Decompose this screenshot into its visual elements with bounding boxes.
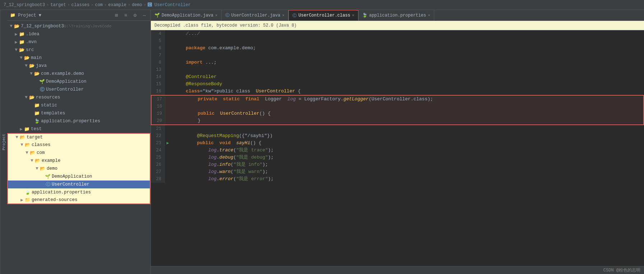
- spring-icon: 🌱: [45, 174, 51, 179]
- tree-item[interactable]: 📁templates: [7, 109, 150, 117]
- breadcrumb-item-7[interactable]: 🅲 UserController: [148, 2, 191, 8]
- tree-item-label: DemoApplication: [46, 79, 87, 84]
- editor-tab-UserController-java[interactable]: ⒸUserController.java×: [222, 10, 288, 20]
- sidebar-header: 📁 Project ▼ ⊞ ≡ ⚙ —: [7, 10, 150, 21]
- tree-item[interactable]: 🍃application.properties: [7, 117, 150, 125]
- tree-item-label: example: [42, 158, 61, 163]
- editor-tab-DemoApplication-java[interactable]: 🌱DemoApplication.java×: [151, 10, 222, 20]
- tree-item[interactable]: ▼📂demo: [7, 165, 150, 173]
- tree-item[interactable]: ▶📁.mvn: [7, 38, 150, 46]
- properties-icon: 🍃: [362, 13, 367, 18]
- tree-item-label: target: [27, 135, 43, 140]
- tab-close-button[interactable]: ×: [428, 13, 430, 18]
- tree-item[interactable]: ▼📂com.example.demo: [7, 70, 150, 78]
- editor-area: 🌱DemoApplication.java×ⒸUserController.ja…: [151, 10, 644, 274]
- tree-item-label: resources: [36, 95, 60, 100]
- sidebar-collapse-icon[interactable]: ≡: [122, 12, 129, 19]
- tree-item[interactable]: 🌱DemoApplication: [7, 78, 150, 86]
- breadcrumb-item-6[interactable]: demo: [132, 3, 142, 8]
- file-tree: ▼📂7_12_springboot3 D:\Training\JavaCode▶…: [7, 21, 150, 274]
- folder-icon: 📂: [19, 134, 26, 140]
- folder-icon: 📂: [34, 71, 40, 77]
- line-content: }: [172, 117, 643, 124]
- tree-arrow: ▼: [14, 135, 19, 140]
- line-content: log.trace("我是 trace");: [171, 147, 644, 154]
- tree-item[interactable]: ▶📁.idea: [7, 30, 150, 38]
- tree-arrow: ▶: [14, 31, 19, 37]
- tree-item[interactable]: ▼📂example: [7, 157, 150, 165]
- tab-close-button[interactable]: ×: [215, 13, 218, 18]
- tab-close-button[interactable]: ×: [352, 13, 355, 18]
- line-content: log.error("我是 error");: [171, 175, 644, 183]
- code-line: 16 class="kw">public class UserControlle…: [151, 88, 644, 95]
- line-number: 20: [152, 117, 165, 124]
- folder-icon: 📂: [24, 142, 31, 148]
- tab-close-button[interactable]: ×: [282, 13, 284, 18]
- tree-arrow: ▼: [29, 158, 34, 163]
- line-number: 24: [151, 147, 165, 154]
- project-panel-tab[interactable]: Project: [0, 10, 7, 274]
- tree-arrow: ▼: [29, 71, 34, 76]
- line-number: 18: [152, 103, 165, 110]
- folder-icon: 📂: [14, 23, 20, 29]
- code-line: 24 log.trace("我是 trace");: [151, 147, 644, 154]
- line-content: @Controller: [171, 73, 644, 81]
- line-content: [171, 52, 644, 59]
- properties-icon: 🍃: [34, 118, 40, 124]
- line-content: [171, 125, 644, 132]
- tree-item-label: classes: [32, 142, 51, 147]
- project-tab-label: Project: [2, 134, 6, 150]
- tree-item-label: src: [26, 47, 34, 52]
- tree-item[interactable]: 🌱DemoApplication: [7, 173, 150, 181]
- line-number: 6: [151, 45, 165, 52]
- tab-bar: 🌱DemoApplication.java×ⒸUserController.ja…: [151, 10, 644, 21]
- tree-item-extra: D:\Training\JavaCode: [64, 24, 111, 28]
- tree-item[interactable]: ⒸUserController: [7, 86, 150, 93]
- tree-item-label: .idea: [26, 32, 40, 37]
- editor-tab-UserController-class[interactable]: ⒸUserController.class×: [288, 10, 358, 20]
- breadcrumb-item-5[interactable]: example: [108, 3, 126, 8]
- line-number: 16: [151, 88, 165, 95]
- tree-item[interactable]: ▼📂main: [7, 54, 150, 62]
- tree-item[interactable]: ▼📂resources: [7, 93, 150, 101]
- tree-item[interactable]: 🍃application.properties: [7, 188, 150, 196]
- line-number: 7: [151, 52, 165, 59]
- tree-item[interactable]: ▶📁generated-sources: [7, 196, 150, 204]
- sidebar-settings-icon[interactable]: ⚙: [132, 12, 138, 19]
- tree-item-label: .mvn: [26, 40, 37, 45]
- breadcrumb-item-4[interactable]: com: [95, 3, 103, 8]
- line-number: 25: [151, 154, 165, 161]
- tree-item[interactable]: ▼📂classes: [7, 141, 150, 149]
- tree-arrow: ▼: [19, 142, 24, 147]
- line-number: 21: [151, 125, 165, 132]
- sidebar-title: 📁 Project ▼: [10, 13, 110, 18]
- code-line: 26 log.info("我是 info");: [151, 161, 644, 168]
- line-number: 17: [152, 96, 165, 103]
- tree-item[interactable]: 📁static: [7, 101, 150, 109]
- tree-item[interactable]: ⒸUserController: [7, 181, 150, 188]
- tree-item-label: static: [41, 103, 57, 108]
- tree-item[interactable]: ▼📂java: [7, 62, 150, 70]
- folder-icon: 📁: [34, 102, 40, 108]
- line-content: [171, 66, 644, 73]
- tree-item[interactable]: ▼📂src: [7, 46, 150, 54]
- tab-label: UserController.class: [298, 13, 350, 18]
- tree-item[interactable]: ▼📂7_12_springboot3 D:\Training\JavaCode: [7, 22, 150, 30]
- sidebar-localize-icon[interactable]: ⊞: [113, 12, 120, 19]
- breadcrumb-item-1[interactable]: 7_12_springboot3: [4, 3, 45, 8]
- tree-item-label: demo: [47, 166, 57, 171]
- code-line: 7: [151, 52, 644, 59]
- tree-item[interactable]: ▼📂target: [7, 133, 150, 141]
- tree-item[interactable]: ▶📁test: [7, 125, 150, 133]
- code-editor[interactable]: 4 /.../5 6 package com.example.demo;7 8 …: [151, 30, 644, 266]
- tree-item[interactable]: ▼📂com: [7, 149, 150, 157]
- editor-tab-application-properties[interactable]: 🍃application.properties×: [358, 10, 434, 20]
- tree-item-label: main: [31, 55, 42, 60]
- sidebar-minimize-icon[interactable]: —: [141, 12, 148, 19]
- code-line: 17 private static final Logger log = Log…: [152, 96, 643, 103]
- line-content: @RequestMapping({"/sayhi"}): [171, 132, 644, 140]
- breadcrumb-item-3[interactable]: classes: [71, 3, 89, 8]
- line-content: import ...;: [171, 59, 644, 66]
- tree-arrow: ▼: [9, 24, 14, 29]
- breadcrumb-item-2[interactable]: target: [50, 3, 66, 8]
